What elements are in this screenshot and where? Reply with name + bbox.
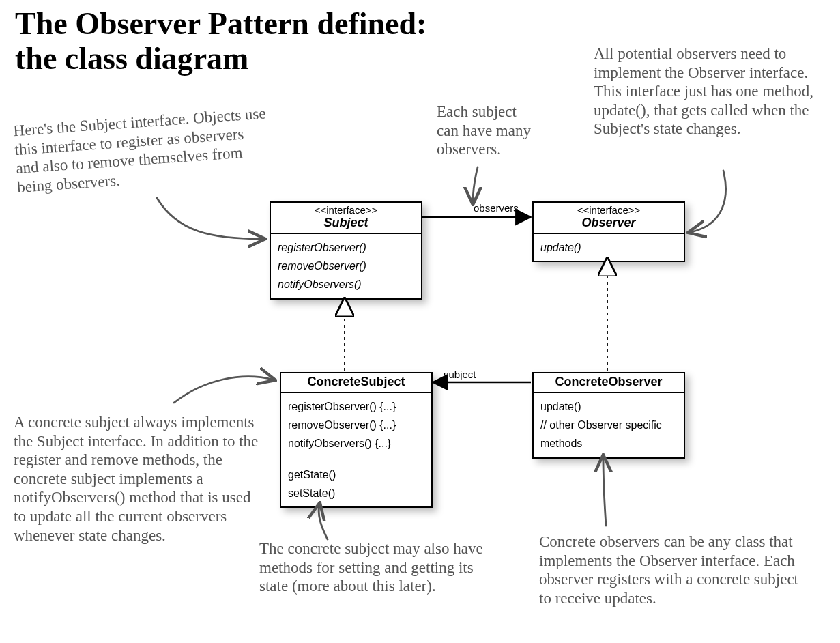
class-name: Observer bbox=[536, 216, 681, 230]
stereotype: <<interface>> bbox=[274, 204, 418, 216]
arrow-note-subject-interface bbox=[157, 198, 263, 239]
method: removeObserver() {...} bbox=[288, 416, 424, 434]
annotation-getset: The concrete subject may also have metho… bbox=[259, 539, 505, 596]
diagram-title: The Observer Pattern defined: the class … bbox=[15, 7, 426, 76]
annotation-each-subject: Each subject can have many observers. bbox=[437, 102, 587, 159]
label-subject: subject bbox=[444, 369, 476, 380]
method: methods bbox=[540, 434, 677, 453]
arrow-note-getset bbox=[319, 505, 328, 539]
class-name: ConcreteObserver bbox=[536, 375, 681, 389]
method: notifyObservers() bbox=[278, 275, 414, 294]
annotation-subject-interface: Here's the Subject interface. Objects us… bbox=[13, 104, 274, 197]
method: registerObserver() bbox=[278, 238, 414, 257]
method: setState() bbox=[288, 484, 424, 502]
label-observers: observers bbox=[474, 202, 519, 214]
class-name: Subject bbox=[274, 216, 418, 230]
class-concrete-subject: ConcreteSubject registerObserver() {...}… bbox=[280, 372, 433, 508]
arrow-note-observer-interface bbox=[691, 171, 726, 232]
annotation-concrete-subject: A concrete subject always implements the… bbox=[14, 413, 266, 545]
arrow-note-each-subject bbox=[473, 167, 478, 202]
method: removeObserver() bbox=[278, 257, 414, 275]
arrow-note-concrete-observer bbox=[603, 457, 606, 526]
method: registerObserver() {...} bbox=[288, 397, 424, 416]
stereotype: <<interface>> bbox=[536, 204, 681, 216]
method: update() bbox=[540, 397, 677, 416]
class-concrete-observer: ConcreteObserver update() // other Obser… bbox=[532, 372, 685, 459]
class-observer: <<interface>> Observer update() bbox=[532, 201, 685, 262]
class-subject: <<interface>> Subject registerObserver()… bbox=[270, 201, 422, 300]
method: notifyObservers() {...} bbox=[288, 434, 424, 453]
annotation-observer-interface: All potential observers need to implemen… bbox=[594, 44, 839, 139]
arrow-note-concrete-subject bbox=[174, 377, 273, 403]
annotation-concrete-observer: Concrete observers can be any class that… bbox=[539, 532, 805, 608]
class-name: ConcreteSubject bbox=[284, 375, 429, 389]
method: getState() bbox=[288, 466, 424, 484]
method: update() bbox=[540, 238, 677, 257]
method: // other Observer specific bbox=[540, 416, 677, 434]
